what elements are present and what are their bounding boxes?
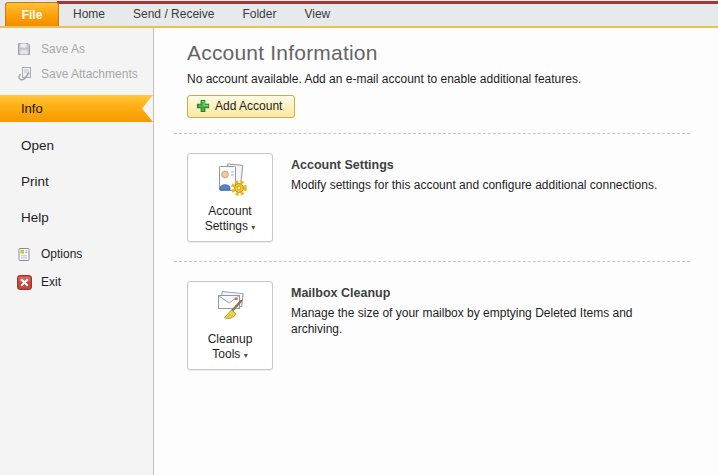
account-settings-icon: [210, 160, 250, 202]
add-account-button[interactable]: Add Account: [187, 95, 295, 118]
cleanup-tools-icon: [210, 288, 250, 330]
account-settings-button[interactable]: Account Settings ▾: [187, 153, 273, 242]
section-text: Mailbox Cleanup Manage the size of your …: [291, 281, 633, 370]
add-plus-icon: [196, 99, 210, 113]
sidebar-item-label: Exit: [41, 275, 61, 289]
sidebar-item-options[interactable]: Options: [0, 240, 153, 268]
section-description: Modify settings for this account and con…: [291, 177, 657, 193]
tab-send-receive[interactable]: Send / Receive: [119, 3, 228, 26]
account-settings-section: Account Settings ▾ Account Settings Modi…: [187, 153, 690, 242]
sidebar-item-exit[interactable]: Exit: [0, 268, 153, 296]
big-button-label: Account Settings ▾: [198, 204, 262, 234]
backstage-sidebar: Save As Save Attachments Info Open: [0, 28, 154, 475]
save-attachments-icon: [16, 66, 32, 82]
tab-file[interactable]: File: [5, 2, 59, 26]
sidebar-item-info[interactable]: Info: [0, 95, 153, 122]
section-heading: Mailbox Cleanup: [291, 286, 633, 300]
big-button-label: Cleanup Tools ▾: [198, 332, 262, 362]
window-accent-line: [57, 1, 718, 4]
sidebar-footer-group: Options Exit: [0, 240, 153, 296]
section-separator: [174, 261, 690, 262]
section-separator: [174, 133, 690, 134]
mailbox-cleanup-section: Cleanup Tools ▾ Mailbox Cleanup Manage t…: [187, 281, 690, 370]
backstage-main-panel: Account Information No account available…: [154, 28, 718, 475]
tab-folder[interactable]: Folder: [228, 3, 290, 26]
exit-icon: [16, 274, 32, 290]
page-title: Account Information: [187, 41, 690, 65]
sidebar-item-help[interactable]: Help: [0, 200, 153, 236]
sidebar-item-label: Save Attachments: [41, 67, 138, 81]
section-heading: Account Settings: [291, 158, 657, 172]
section-text: Account Settings Modify settings for thi…: [291, 153, 657, 242]
sidebar-item-save-as[interactable]: Save As: [0, 36, 153, 61]
sidebar-item-label: Info: [21, 101, 43, 116]
dropdown-arrow-icon: ▾: [251, 223, 255, 232]
options-icon: [16, 246, 32, 262]
sidebar-item-label: Save As: [41, 42, 85, 56]
dropdown-arrow-icon: ▾: [244, 351, 248, 360]
sidebar-nav-group: Open Print Help: [0, 128, 153, 236]
page-subtitle: No account available. Add an e-mail acco…: [187, 72, 690, 86]
sidebar-item-open[interactable]: Open: [0, 128, 153, 164]
sidebar-item-label: Options: [41, 247, 82, 261]
add-account-label: Add Account: [215, 99, 282, 113]
tab-home[interactable]: Home: [59, 3, 119, 26]
tab-view[interactable]: View: [290, 3, 344, 26]
sidebar-item-print[interactable]: Print: [0, 164, 153, 200]
save-as-icon: [16, 41, 32, 57]
sidebar-item-save-attachments[interactable]: Save Attachments: [0, 61, 153, 86]
section-description: Manage the size of your mailbox by empty…: [291, 305, 633, 337]
outlook-backstage-window: File Home Send / Receive Folder View Sav…: [0, 0, 718, 475]
cleanup-tools-button[interactable]: Cleanup Tools ▾: [187, 281, 273, 370]
ribbon-tab-bar: File Home Send / Receive Folder View: [0, 0, 718, 28]
